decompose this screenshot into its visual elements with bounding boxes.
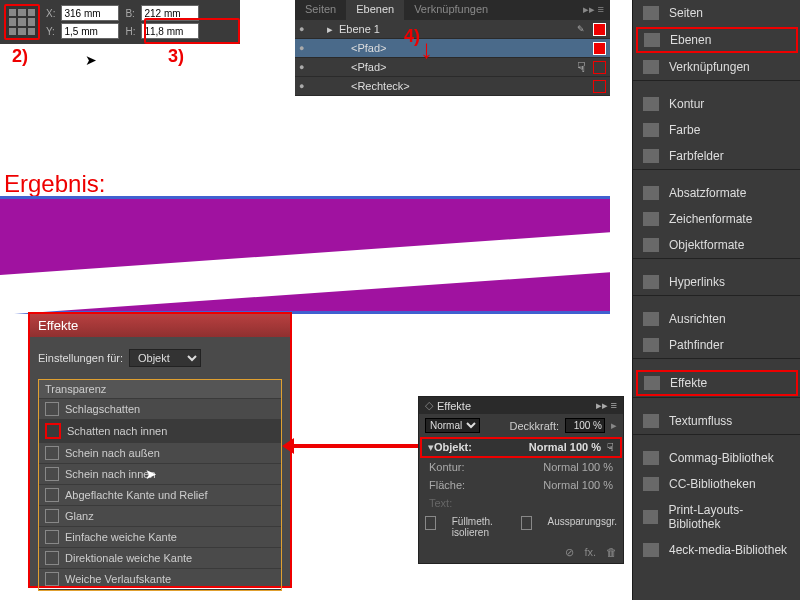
panel-footer: ⊘fx.🗑 (419, 542, 623, 563)
panel-icon (643, 543, 659, 557)
panel-icon (643, 451, 659, 465)
panel-menu-icon[interactable]: ▸▸ ≡ (596, 399, 617, 412)
fx-item-schatten-innen[interactable]: Schatten nach innen (39, 420, 281, 443)
checkbox-icon[interactable] (45, 551, 59, 565)
layer-name: <Rechteck> (327, 80, 589, 92)
fx-item-transparenz[interactable]: Transparenz (39, 380, 281, 399)
sidebar-item-effekte[interactable]: Effekte (636, 370, 798, 396)
checkbox-icon[interactable] (425, 516, 436, 530)
w-label: B: (125, 8, 135, 19)
panel-icon (643, 97, 659, 111)
checkbox-icon[interactable] (45, 467, 59, 481)
sidebar-item-textumfluss[interactable]: Textumfluss (633, 408, 800, 434)
sidebar-item-eckmediabibliothek[interactable]: 4eck-media-Bibliothek (633, 537, 800, 563)
sidebar-label: Pathfinder (669, 338, 724, 352)
layer-row[interactable]: ▸Ebene 1✎ (295, 20, 610, 39)
annotation-4: 4) (404, 26, 420, 47)
opacity-input[interactable] (565, 418, 605, 433)
target-objekt-row[interactable]: ▾Objekt:Normal 100 %☟ (420, 437, 622, 458)
sidebar-label: Hyperlinks (669, 275, 725, 289)
layer-row-pfad2[interactable]: <Pfad>☟ (295, 58, 610, 77)
target-flaeche-row[interactable]: Fläche:Normal 100 % (419, 476, 623, 494)
panel-menu-icon[interactable]: ▸▸ ≡ (577, 0, 610, 20)
sidebar-item-ausrichten[interactable]: Ausrichten (633, 306, 800, 332)
checkbox-icon[interactable] (45, 530, 59, 544)
y-input[interactable] (61, 23, 119, 39)
fx-item-relief[interactable]: Abgeflachte Kante und Relief (39, 485, 281, 506)
sidebar-item-commagbibliothek[interactable]: Commag-Bibliothek (633, 445, 800, 471)
sidebar-item-pathfinder[interactable]: Pathfinder (633, 332, 800, 358)
sidebar-item-seiten[interactable]: Seiten (633, 0, 800, 26)
layer-name: Ebene 1 (333, 23, 577, 35)
pen-icon[interactable]: ✎ (577, 24, 585, 34)
reference-point-icon[interactable] (4, 4, 40, 40)
opacity-label: Deckkraft: (509, 420, 559, 432)
sidebar-item-printlayoutsbibliothek[interactable]: Print-Layouts-Bibliothek (633, 497, 800, 537)
sidebar-item-farbe[interactable]: Farbe (633, 117, 800, 143)
sidebar-item-objektformate[interactable]: Objektformate (633, 232, 800, 258)
panel-icon (643, 312, 659, 326)
fx-label: Schlagschatten (65, 403, 140, 415)
fx-item-glanz[interactable]: Glanz (39, 506, 281, 527)
settings-select[interactable]: Objekt (129, 349, 201, 367)
effects-list: Transparenz Schlagschatten Schatten nach… (38, 379, 282, 591)
blend-mode-select[interactable]: Normal (425, 418, 480, 433)
cursor-icon: ➤ (85, 52, 101, 68)
checkbox-icon[interactable] (45, 509, 59, 523)
fx-item-schlagschatten[interactable]: Schlagschatten (39, 399, 281, 420)
visibility-icon[interactable] (299, 41, 313, 55)
panel-icon (643, 212, 659, 226)
fx-label: Weiche Verlaufskante (65, 573, 171, 585)
trash-icon[interactable]: 🗑 (606, 546, 617, 559)
checkbox-icon[interactable] (45, 572, 59, 586)
tab-seiten[interactable]: Seiten (295, 0, 346, 20)
visibility-icon[interactable] (299, 79, 313, 93)
color-swatch (593, 42, 606, 55)
sidebar-label: Effekte (670, 376, 707, 390)
panel-icon (643, 338, 659, 352)
layer-row-pfad1[interactable]: <Pfad> (295, 39, 610, 58)
sidebar-item-absatzformate[interactable]: Absatzformate (633, 180, 800, 206)
sidebar-item-kontur[interactable]: Kontur (633, 91, 800, 117)
visibility-icon[interactable] (299, 22, 313, 36)
sidebar-item-hyperlinks[interactable]: Hyperlinks (633, 269, 800, 295)
fx-item-verlaufskante[interactable]: Weiche Verlaufskante (39, 569, 281, 590)
layer-row-rechteck[interactable]: <Rechteck> (295, 77, 610, 96)
knockout-label: Aussparungsgr. (548, 516, 618, 538)
annotation-2: 2) (12, 46, 28, 67)
panel-title: Effekte (437, 400, 471, 412)
checkbox-icon[interactable] (521, 516, 532, 530)
sidebar-item-farbfelder[interactable]: Farbfelder (633, 143, 800, 169)
checkbox-icon[interactable] (45, 423, 61, 439)
layer-name: <Pfad> (327, 61, 577, 73)
clear-icon[interactable]: ⊘ (565, 546, 574, 559)
fx-label: Schatten nach innen (67, 425, 167, 437)
checkbox-icon[interactable] (45, 402, 59, 416)
tab-verknuepfungen[interactable]: Verknüpfungen (404, 0, 498, 20)
fx-icon[interactable]: fx. (584, 546, 596, 559)
sidebar-label: Print-Layouts-Bibliothek (668, 503, 791, 531)
sidebar-label: Textumfluss (669, 414, 732, 428)
row-value: Normal 100 % (529, 441, 601, 454)
fx-item-schein-aussen[interactable]: Schein nach außen (39, 443, 281, 464)
sidebar-item-zeichenformate[interactable]: Zeichenformate (633, 206, 800, 232)
x-input[interactable] (61, 5, 119, 21)
tab-ebenen[interactable]: Ebenen (346, 0, 404, 20)
checkbox-icon[interactable] (45, 446, 59, 460)
sidebar-item-ccbibliotheken[interactable]: CC-Bibliotheken (633, 471, 800, 497)
fx-item-schein-innen[interactable]: Schein nach innen➤ (39, 464, 281, 485)
fx-label: Transparenz (45, 383, 106, 395)
result-shape (0, 196, 610, 314)
fx-item-weiche-kante[interactable]: Einfache weiche Kante (39, 527, 281, 548)
panel-icon (643, 238, 659, 252)
checkbox-icon[interactable] (45, 488, 59, 502)
fx-item-dir-kante[interactable]: Direktionale weiche Kante (39, 548, 281, 569)
fx-label: Abgeflachte Kante und Relief (65, 489, 208, 501)
panel-icon (644, 376, 660, 390)
sidebar-item-verknpfungen[interactable]: Verknüpfungen (633, 54, 800, 80)
y-label: Y: (46, 26, 55, 37)
sidebar-item-ebenen[interactable]: Ebenen (636, 27, 798, 53)
visibility-icon[interactable] (299, 60, 313, 74)
target-kontur-row[interactable]: Kontur:Normal 100 % (419, 458, 623, 476)
color-swatch (593, 61, 606, 74)
